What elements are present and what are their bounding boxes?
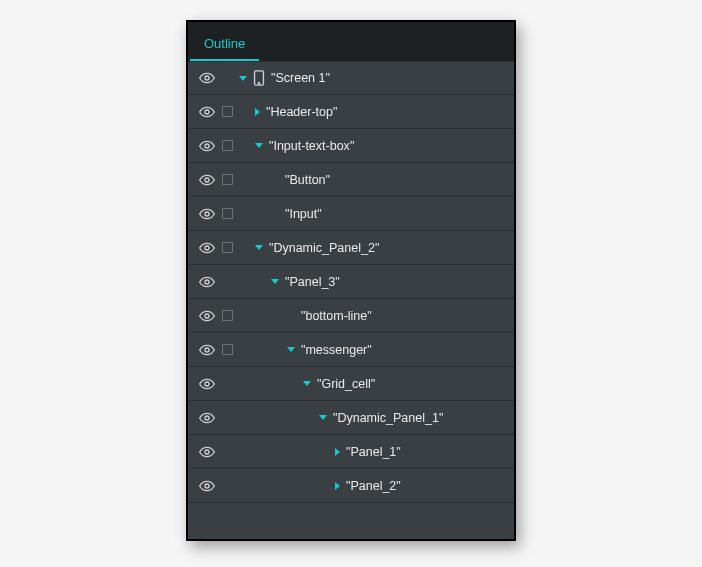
empty-space	[188, 503, 514, 539]
svg-point-7	[205, 246, 209, 250]
caret-expanded-icon[interactable]	[255, 143, 263, 148]
svg-point-13	[205, 450, 209, 454]
svg-point-11	[205, 382, 209, 386]
select-checkbox[interactable]	[222, 208, 233, 219]
row-label: Panel_3	[285, 275, 340, 289]
svg-point-0	[205, 76, 209, 80]
row-label: messenger	[301, 343, 372, 357]
tree-row-button[interactable]: Button	[188, 163, 514, 197]
row-label: Panel_2	[346, 479, 401, 493]
panel-header: Outline	[188, 22, 514, 61]
row-label: Dynamic_Panel_1	[333, 411, 443, 425]
visibility-eye-icon[interactable]	[198, 239, 216, 257]
row-label: Grid_cell	[317, 377, 375, 391]
svg-point-8	[205, 280, 209, 284]
svg-point-10	[205, 348, 209, 352]
svg-point-6	[205, 212, 209, 216]
outline-panel: Outline Screen 1Header-topInput-text-box…	[186, 20, 516, 541]
visibility-eye-icon[interactable]	[198, 171, 216, 189]
select-checkbox	[222, 378, 233, 389]
row-label: Input-text-box	[269, 139, 354, 153]
visibility-eye-icon[interactable]	[198, 69, 216, 87]
select-checkbox	[222, 446, 233, 457]
row-label: Dynamic_Panel_2	[269, 241, 379, 255]
tree-row-dynamic-panel-2[interactable]: Dynamic_Panel_2	[188, 231, 514, 265]
select-checkbox[interactable]	[222, 140, 233, 151]
tree-row-dynamic-panel-1[interactable]: Dynamic_Panel_1	[188, 401, 514, 435]
tree-row-panel-3[interactable]: Panel_3	[188, 265, 514, 299]
tree-row-grid-cell[interactable]: Grid_cell	[188, 367, 514, 401]
tree-row-header-top[interactable]: Header-top	[188, 95, 514, 129]
row-label: Input	[285, 207, 322, 221]
caret-collapsed-icon[interactable]	[335, 448, 340, 456]
select-checkbox[interactable]	[222, 106, 233, 117]
tree-row-bottom-line[interactable]: bottom-line	[188, 299, 514, 333]
tree-row-screen-1[interactable]: Screen 1	[188, 61, 514, 95]
svg-point-12	[205, 416, 209, 420]
svg-point-5	[205, 178, 209, 182]
caret-expanded-icon[interactable]	[271, 279, 279, 284]
caret-expanded-icon[interactable]	[239, 76, 247, 81]
visibility-eye-icon[interactable]	[198, 477, 216, 495]
tree-row-panel-2[interactable]: Panel_2	[188, 469, 514, 503]
visibility-eye-icon[interactable]	[198, 341, 216, 359]
select-checkbox	[222, 480, 233, 491]
select-checkbox	[222, 276, 233, 287]
caret-expanded-icon[interactable]	[287, 347, 295, 352]
outline-rows: Screen 1Header-topInput-text-boxButtonIn…	[188, 61, 514, 503]
select-checkbox	[222, 73, 233, 84]
visibility-eye-icon[interactable]	[198, 409, 216, 427]
visibility-eye-icon[interactable]	[198, 375, 216, 393]
device-icon	[253, 70, 265, 86]
tree-row-panel-1[interactable]: Panel_1	[188, 435, 514, 469]
caret-collapsed-icon[interactable]	[255, 108, 260, 116]
tree-row-messenger[interactable]: messenger	[188, 333, 514, 367]
row-label: Header-top	[266, 105, 337, 119]
select-checkbox[interactable]	[222, 242, 233, 253]
caret-collapsed-icon[interactable]	[335, 482, 340, 490]
visibility-eye-icon[interactable]	[198, 137, 216, 155]
svg-point-3	[205, 110, 209, 114]
tree-row-input-text-box[interactable]: Input-text-box	[188, 129, 514, 163]
visibility-eye-icon[interactable]	[198, 205, 216, 223]
svg-point-9	[205, 314, 209, 318]
row-label: Screen 1	[271, 71, 330, 85]
caret-expanded-icon[interactable]	[303, 381, 311, 386]
select-checkbox[interactable]	[222, 310, 233, 321]
row-label: bottom-line	[301, 309, 372, 323]
row-label: Button	[285, 173, 330, 187]
select-checkbox[interactable]	[222, 174, 233, 185]
select-checkbox[interactable]	[222, 344, 233, 355]
row-label: Panel_1	[346, 445, 401, 459]
tab-outline[interactable]: Outline	[190, 32, 259, 61]
select-checkbox	[222, 412, 233, 423]
caret-expanded-icon[interactable]	[255, 245, 263, 250]
visibility-eye-icon[interactable]	[198, 103, 216, 121]
caret-expanded-icon[interactable]	[319, 415, 327, 420]
visibility-eye-icon[interactable]	[198, 307, 216, 325]
svg-point-2	[258, 83, 259, 84]
visibility-eye-icon[interactable]	[198, 273, 216, 291]
visibility-eye-icon[interactable]	[198, 443, 216, 461]
svg-point-4	[205, 144, 209, 148]
svg-point-14	[205, 484, 209, 488]
tree-row-input[interactable]: Input	[188, 197, 514, 231]
